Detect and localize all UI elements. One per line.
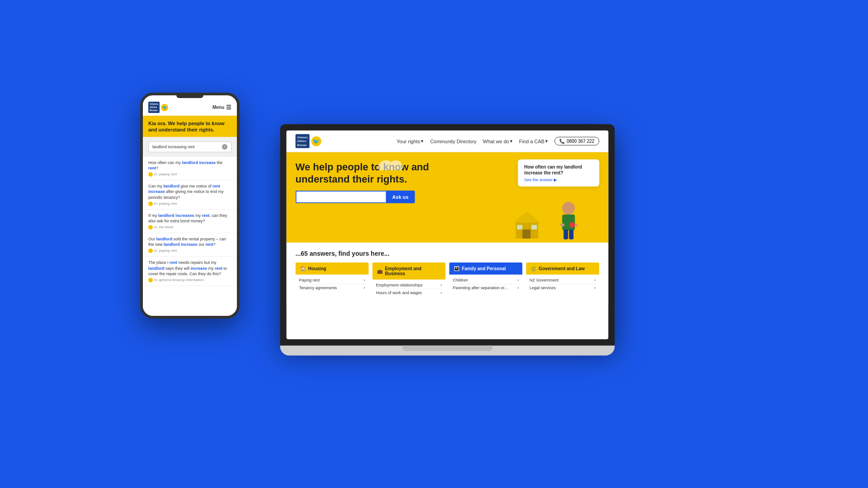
mobile-result-item[interactable]: Can my landlord give me notice of rent i… [143,180,237,210]
result-dot-icon [148,225,153,230]
category-government: ⚖️ Government and Law NZ Government› Leg… [526,263,599,298]
mobile-result-title-1: How often can my landlord increase the r… [148,160,231,171]
family-icon: 👨‍👩‍👧 [454,266,459,271]
svg-rect-4 [532,225,537,230]
category-employment: 💼 Employment and Business Employment rel… [373,263,446,298]
hero-card-title: How often can my landlord increase the r… [524,164,593,176]
mobile-result-sub-4: in: paying rent [148,249,231,253]
phone-button[interactable]: 📞 0800 367 222 [554,137,599,145]
hero-person-illustration [557,200,581,241]
mobile-result-item[interactable]: If my landlord increases my rent, can th… [143,210,237,233]
employment-item-relationships[interactable]: Employment relationships› [376,282,442,289]
mobile-screen: Citizens Advice Bureau 🐦 Menu ☰ Kia ora.… [143,98,237,319]
mobile-result-title-5: The place I rent needs repairs but my la… [148,260,231,277]
laptop-stand [402,346,493,351]
nav-item-find-cab[interactable]: Find a CAB ▾ [519,138,548,144]
government-item-legal[interactable]: Legal services› [530,284,596,291]
laptop-device: Citizens Advice Bureau 🐦 Your rights ▾ C… [280,124,615,359]
category-government-header[interactable]: ⚖️ Government and Law [526,263,599,275]
mobile-menu-button[interactable]: Menu ☰ [212,104,231,111]
mobile-logo-text: Citizens Advice Bureau [148,102,160,113]
housing-item-tenancy[interactable]: Tenancy agreements› [299,284,365,291]
hero-cloud [377,159,404,170]
mobile-result-title-3: If my landlord increases my rent, can th… [148,213,231,224]
hero-search-form: Ask us [296,191,599,203]
employment-items: Employment relationships› Hours of work … [373,280,446,298]
cab-logo: Citizens Advice Bureau 🐦 [296,134,321,148]
cab-logo-bird-icon: 🐦 [311,136,321,146]
government-items: NZ Government› Legal services› [526,275,599,293]
mobile-result-title-2: Can my landlord give me notice of rent i… [148,183,231,201]
answers-section: ...65 answers, find yours here... 🏠 Hous… [287,243,609,305]
hero-info-card: How often can my landlord increase the r… [518,160,599,187]
mobile-search-box[interactable]: landlord increasing rent × [148,141,231,152]
laptop-hero: We help people to know and understand th… [287,152,609,243]
hero-house-illustration [509,209,545,241]
svg-point-5 [562,202,575,215]
employment-item-wages[interactable]: Hours of work and wages› [376,289,442,296]
category-employment-label: Employment and Business [385,266,441,276]
hero-search-input[interactable] [296,191,386,203]
category-government-label: Government and Law [539,266,585,271]
mobile-result-item[interactable]: How often can my landlord increase the r… [143,157,237,180]
mobile-hero: Kia ora. We help people to know and unde… [143,116,237,137]
family-item-parenting[interactable]: Parenting after separation or...› [453,284,519,291]
result-dot-icon [148,278,153,282]
family-item-children[interactable]: in: paying rent Children› [453,277,519,284]
svg-rect-9 [564,230,568,239]
government-item-nz[interactable]: NZ Government› [530,277,596,284]
family-items: in: paying rent Children› Parenting afte… [449,275,523,293]
laptop-nav: Your rights ▾ Community Directory What w… [396,137,599,145]
cab-logo-text: Citizens Advice Bureau [296,134,310,148]
mobile-result-title-4: Our landlord sold the rental property – … [148,236,231,248]
nav-item-what-we-do[interactable]: What we do ▾ [483,138,513,144]
svg-rect-7 [560,224,565,226]
category-employment-header[interactable]: 💼 Employment and Business [373,263,446,280]
result-dot-icon [148,202,153,206]
hamburger-icon: ☰ [226,104,231,111]
mobile-result-item[interactable]: Our landlord sold the rental property – … [143,233,237,257]
mobile-result-sub-5: in: general tenancy information [148,278,231,282]
mobile-hero-title: Kia ora. We help people to know and unde… [148,120,231,133]
categories-grid: 🏠 Housing Paying rent› Tenancy agreement… [296,263,599,298]
hero-card-link[interactable]: See the answer ▶ [524,178,593,182]
result-dot-icon [148,172,153,177]
svg-rect-2 [523,230,531,239]
mobile-search-value: landlord increasing rent [152,145,222,149]
svg-marker-0 [514,211,541,223]
category-housing-label: Housing [308,266,326,271]
mobile-result-sub-2: in: paying rent [148,202,231,206]
mobile-result-sub-3: in: the bond [148,225,231,230]
category-housing: 🏠 Housing Paying rent› Tenancy agreement… [296,263,369,298]
svg-rect-10 [569,230,574,239]
mobile-logo: Citizens Advice Bureau 🐦 [148,102,168,113]
laptop-header: Citizens Advice Bureau 🐦 Your rights ▾ C… [287,131,609,152]
mobile-menu-label: Menu [212,105,224,110]
laptop-screen: Citizens Advice Bureau 🐦 Your rights ▾ C… [287,131,609,339]
government-icon: ⚖️ [531,266,536,271]
category-family: 👨‍👩‍👧 Family and Personal in: paying ren… [449,263,523,298]
category-family-label: Family and Personal [462,266,506,271]
mobile-header: Citizens Advice Bureau 🐦 Menu ☰ [143,98,237,116]
housing-item-paying-rent[interactable]: Paying rent› [299,277,365,284]
category-housing-header[interactable]: 🏠 Housing [296,263,369,275]
mobile-logo-bird-icon: 🐦 [161,104,168,111]
mobile-search-clear-button[interactable]: × [222,144,227,150]
housing-items: Paying rent› Tenancy agreements› [296,275,369,293]
svg-point-14 [390,160,402,169]
mobile-device: Citizens Advice Bureau 🐦 Menu ☰ Kia ora.… [140,93,240,319]
nav-item-your-rights[interactable]: Your rights ▾ [396,138,424,144]
mobile-result-item[interactable]: The place I rent needs repairs but my la… [143,257,237,286]
laptop-base [280,346,615,356]
nav-item-community[interactable]: Community Directory [430,138,476,144]
answers-title: ...65 answers, find yours here... [296,250,599,257]
mobile-search-section: landlord increasing rent × [143,137,237,157]
result-dot-icon [148,249,153,253]
category-family-header[interactable]: 👨‍👩‍👧 Family and Personal [449,263,523,275]
employment-icon: 💼 [377,268,382,273]
housing-icon: 🏠 [300,266,306,271]
hero-search-button[interactable]: Ask us [386,191,415,203]
mobile-result-sub-1: in: paying rent [148,172,231,177]
laptop-bezel: Citizens Advice Bureau 🐦 Your rights ▾ C… [280,124,615,346]
hero-title: We help people to know and understand th… [296,161,440,185]
